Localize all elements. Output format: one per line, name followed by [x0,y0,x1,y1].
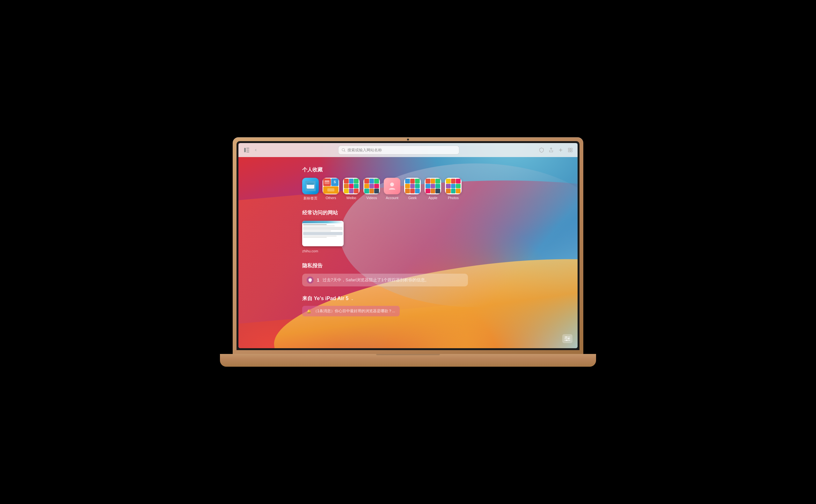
favorite-label-account: Account [386,196,398,200]
favorite-label-videos: Videos [366,196,377,200]
thumb-line-5 [303,237,327,238]
favorite-item-others[interactable]: S Others [322,178,339,201]
favorite-item-photos[interactable]: Photos [445,178,462,201]
svg-rect-1 [246,148,249,148]
address-bar-container: 搜索或输入网站名称 [262,146,536,155]
device-section: 来自 Ye's iPad Air 5 ⌄ 🔔 （1条消息）你心目中最好用的浏览器… [302,295,578,316]
notification-icon: 🔔 [307,309,311,313]
svg-point-20 [566,336,567,338]
device-tab-text: （1条消息）你心目中最好用的浏览器是哪款？... [313,308,395,314]
laptop-hinge [376,354,440,355]
svg-rect-8 [568,148,570,150]
screen: 搜索或输入网站名称 [238,143,578,348]
svg-line-5 [344,151,345,152]
device-title-row: 来自 Ye's iPad Air 5 ⌄ [302,295,578,302]
thumb-body [302,223,343,246]
svg-rect-16 [325,181,329,182]
zhihu-thumbnail [302,221,343,246]
thumb-header-bar [302,221,343,223]
privacy-shield-icon [307,277,314,284]
content-area: 个人收藏 [238,157,578,348]
favorite-label-weibo: Weibo [346,196,356,200]
address-bar[interactable]: 搜索或输入网站名称 [338,146,459,155]
screen-bezel: 搜索或输入网站名称 [236,141,580,350]
address-placeholder: 搜索或输入网站名称 [347,148,382,153]
search-icon [342,148,345,152]
thumb-block-1 [303,227,343,230]
svg-point-18 [390,183,394,186]
favorite-icon-photos [445,178,462,194]
svg-point-24 [566,340,567,341]
favorite-label-photos: Photos [448,196,459,200]
toolbar-left [242,147,259,154]
favorite-icon-account [384,178,400,194]
favorite-item-xintab[interactable]: 新标签页 [302,178,319,201]
laptop-body: 搜索或输入网站名称 [233,137,583,354]
favorite-icon-videos [363,178,380,194]
laptop-base [220,354,596,367]
xintab-svg [305,181,315,191]
back-forward-icon[interactable] [252,147,259,154]
favorite-icon-apple [425,178,441,194]
customize-button[interactable] [562,334,573,343]
favorites-title: 个人收藏 [302,167,578,173]
favorite-label-xintab: 新标签页 [303,196,317,201]
laptop: 搜索或输入网站名称 [233,137,583,367]
svg-rect-17 [327,188,334,191]
favorite-icon-weibo [343,178,359,194]
svg-rect-0 [244,148,246,152]
share-icon[interactable] [548,147,555,154]
svg-rect-14 [307,183,314,185]
favorite-item-geek[interactable]: Geek [404,178,421,201]
frequent-title: 经常访问的网站 [302,210,578,216]
privacy-count: 1 [317,277,319,283]
favorite-item-account[interactable]: Account [384,178,400,201]
favorite-icon-others: S [322,178,339,194]
favorites-grid: 新标签页 S [302,178,578,201]
account-svg [387,181,397,191]
new-tab-icon[interactable] [557,147,564,154]
privacy-title: 隐私报告 [302,263,578,269]
favorite-label-geek: Geek [408,196,417,200]
thumb-block-2 [303,232,343,235]
svg-point-22 [568,338,569,339]
sidebar-toggle-button[interactable] [242,147,251,154]
privacy-section: 隐私报告 1 过去7天中，Safari浏览器阻止了1个跟踪器剖析你的信息。 [302,263,578,286]
thumb-line-3 [303,231,331,231]
svg-point-4 [342,148,344,151]
tab-overview-icon[interactable] [567,147,574,154]
shield-icon[interactable] [538,147,545,154]
thumb-content [302,221,343,246]
zhihu-url: zhihu.com [302,249,318,253]
svg-rect-11 [571,150,572,152]
thumb-line-1 [303,224,327,225]
favorite-item-videos[interactable]: Videos [363,178,380,201]
device-chevron-icon[interactable]: ⌄ [350,297,354,301]
svg-rect-10 [568,150,570,152]
privacy-card[interactable]: 1 过去7天中，Safari浏览器阻止了1个跟踪器剖析你的信息。 [302,274,468,286]
toolbar-right [538,147,574,154]
favorite-label-others: Others [325,196,336,200]
favorite-icon-xintab [302,178,319,194]
frequent-item-zhihu[interactable]: zhihu.com [302,221,578,254]
favorite-icon-geek [404,178,421,194]
svg-rect-3 [246,152,249,152]
favorites-section: 个人收藏 [302,167,578,201]
favorite-item-weibo[interactable]: Weibo [343,178,359,201]
device-tab-card[interactable]: 🔔 （1条消息）你心目中最好用的浏览器是哪款？... [302,306,400,316]
frequent-section: 经常访问的网站 [302,210,578,254]
customize-icon [565,336,570,341]
favorite-label-apple: Apple [429,196,437,200]
privacy-text: 过去7天中，Safari浏览器阻止了1个跟踪器剖析你的信息。 [322,277,429,283]
device-title: 来自 Ye's iPad Air 5 [302,295,349,302]
svg-rect-2 [246,150,249,150]
thumb-line-4 [303,236,336,236]
thumb-line-2 [303,226,335,226]
favorite-item-apple[interactable]: Apple [425,178,441,201]
svg-rect-9 [571,148,572,150]
safari-toolbar: 搜索或输入网站名称 [238,143,578,157]
